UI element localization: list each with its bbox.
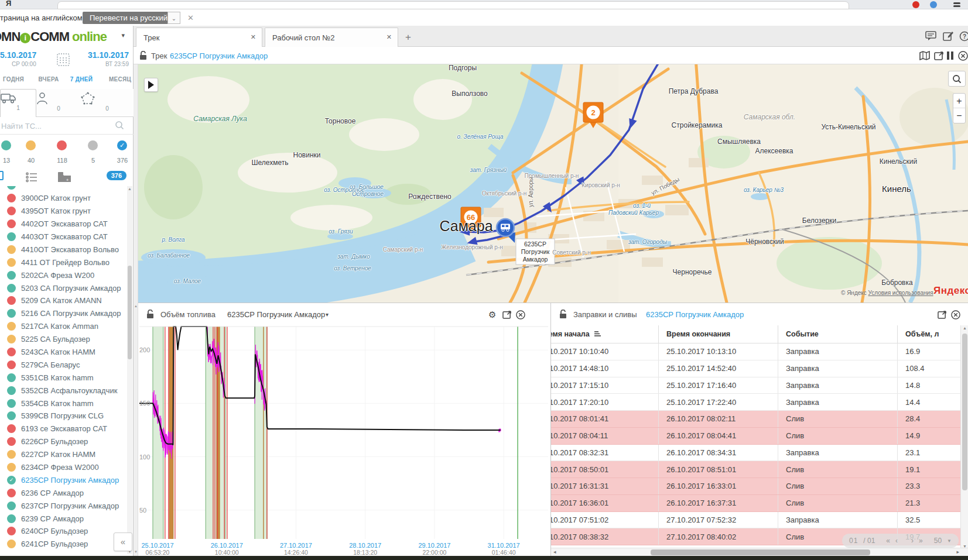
objects-tab-truck[interactable]: 1 — [0, 89, 36, 117]
splitter-down-icon[interactable]: ▼ — [134, 550, 138, 554]
expand-icon[interactable] — [938, 310, 947, 319]
status-dot-4[interactable]: ✓ — [117, 140, 127, 150]
scroll-thumb[interactable] — [651, 549, 870, 555]
tab-close-icon[interactable]: ✕ — [251, 33, 256, 41]
sidebar-collapse-button[interactable]: « — [114, 532, 132, 551]
col-header-start[interactable]: Время начала — [551, 325, 659, 343]
col-header-event[interactable]: Событие — [778, 325, 898, 343]
splitter-up-icon[interactable]: ▲ — [134, 304, 138, 308]
scroll-left-icon[interactable]: ◂ — [553, 549, 556, 555]
terms-link[interactable]: Условия использования — [868, 290, 933, 296]
vehicle-list-item[interactable]: 4411 ОТ Грейдер Вольво — [0, 256, 128, 269]
table-vscrollbar[interactable]: ▲ ▼ — [960, 325, 968, 549]
map-layers-icon[interactable] — [919, 51, 930, 60]
vehicle-list-item[interactable]: 4395ОТ Каток грунт — [0, 205, 128, 218]
tab-close-icon[interactable]: ✕ — [386, 33, 392, 41]
table-row[interactable]: 27.10.2017 07:51:02 27.10.2017 07:52:32 … — [551, 512, 961, 529]
scroll-thumb[interactable] — [962, 334, 967, 490]
zoom-out-button[interactable]: − — [953, 108, 965, 123]
status-dot-2[interactable] — [57, 140, 67, 150]
vehicle-list-item[interactable]: 3900СР Каток грунт — [0, 192, 128, 205]
range-2[interactable]: 7 ДНЕЙ — [67, 73, 96, 83]
table-row[interactable]: 26.10.2017 08:32:31 26.10.2017 08:34:31 … — [551, 445, 961, 462]
scroll-thumb[interactable] — [128, 266, 132, 359]
translate-dropdown[interactable]: ⌄ — [167, 12, 180, 24]
lock-icon[interactable] — [146, 310, 154, 319]
translate-close-icon[interactable]: ✕ — [187, 13, 194, 22]
vehicle-list-item[interactable]: 6226СР Бульдозер — [0, 435, 128, 448]
tab-desktop2[interactable]: Рабочий стол №2✕ — [265, 28, 398, 47]
vehicle-list-item[interactable]: 5225 СА Бульдозер — [0, 333, 128, 346]
scroll-up-icon[interactable]: ▲ — [127, 187, 132, 191]
vehicle-list-item[interactable]: 5354СВ Каток hamm — [0, 397, 128, 410]
vehicle-list-item[interactable]: 5279СА Беларус — [0, 358, 128, 371]
folder-icon[interactable]: + — [57, 171, 71, 183]
objects-tab-geozone[interactable]: 0 — [81, 89, 134, 117]
browser-url-bar[interactable] — [57, 1, 849, 9]
vehicle-list-item[interactable]: 5209 СА Каток AMANN — [0, 294, 128, 307]
list-view-icon[interactable] — [26, 172, 37, 183]
trek-vehicle-link[interactable]: 6235СР Погрузчик Амкадор — [170, 51, 268, 60]
status-dot-3[interactable] — [88, 140, 98, 150]
table-row[interactable]: 26.10.2017 16:36:01 26.10.2017 16:37:31 … — [551, 495, 961, 512]
vehicle-list-item[interactable]: 6227СР Каток НАММ — [0, 448, 128, 461]
browser-record-icon[interactable] — [912, 1, 919, 8]
close-panel-icon[interactable] — [958, 51, 968, 61]
fuel-vehicle-selector[interactable]: 6235СР Погрузчик Амкадор — [227, 310, 325, 319]
vehicle-list-item[interactable]: 5203 СА Погрузчик Амкадор — [0, 281, 128, 294]
vehicle-list-item[interactable]: 5202СА Фреза W200 — [0, 269, 128, 281]
vehicle-list-item[interactable]: 6241СР Бульдозер — [0, 538, 128, 551]
vehicle-list-item[interactable]: 6234СР Фреза W2000 — [0, 461, 128, 474]
table-row[interactable]: 25.10.2017 10:10:40 25.10.2017 10:13:10 … — [551, 343, 961, 360]
logo-caret-icon[interactable]: ▾ — [121, 32, 125, 39]
vehicle-list-item[interactable]: 5352СВ Асфальтоукладчик — [0, 384, 128, 397]
close-panel-icon[interactable] — [951, 310, 960, 319]
table-row[interactable]: 25.10.2017 17:15:10 25.10.2017 17:16:40 … — [551, 377, 961, 394]
vehicle-list-item[interactable]: 5216 СА Погрузчик Амкадор — [0, 307, 128, 320]
tab-trek[interactable]: Трек✕ — [136, 28, 262, 47]
map-zoom-control[interactable]: + − — [953, 93, 966, 123]
search-input[interactable] — [1, 119, 112, 133]
table-row[interactable]: 26.10.2017 08:04:11 26.10.2017 08:04:41 … — [551, 428, 961, 445]
vehicle-list-item[interactable]: 5399СВ Погрузчик CLG — [0, 410, 128, 422]
table-row[interactable]: 26.10.2017 08:01:41 26.10.2017 08:02:11 … — [551, 411, 961, 428]
vehicle-list-item[interactable]: 5217СА Каток Amman — [0, 320, 128, 333]
vehicle-list-scrollbar[interactable]: ▲ ▼ — [127, 186, 132, 554]
vehicle-list-item[interactable]: 5243СА Каток НАММ — [0, 346, 128, 359]
vehicle-list-item[interactable] — [0, 186, 128, 192]
play-track-button[interactable] — [144, 78, 158, 92]
translate-button[interactable]: Перевести на русский — [83, 12, 175, 24]
vehicle-list-item[interactable]: 6193 се Экскаватор САТ — [0, 422, 128, 435]
pager-page-size-caret-icon[interactable]: ▼ — [947, 538, 952, 544]
group-view-icon[interactable] — [0, 171, 4, 180]
comments-icon[interactable] — [925, 31, 936, 41]
status-dot-1[interactable] — [26, 140, 36, 150]
browser-extension-icon[interactable] — [930, 1, 937, 8]
browser-menu-icon[interactable] — [953, 2, 960, 4]
table-row[interactable]: 25.10.2017 17:20:10 25.10.2017 17:22:40 … — [551, 394, 961, 411]
expand-icon[interactable] — [502, 310, 512, 319]
lock-icon[interactable] — [139, 51, 147, 60]
pager-first-button[interactable]: « — [886, 537, 890, 545]
vehicle-list-item[interactable]: 6240СР Бульдозер — [0, 525, 128, 538]
objects-tab-person[interactable]: 0 — [36, 89, 81, 117]
vehicle-list-item[interactable]: 5351СВ Каток hamm — [0, 371, 128, 384]
zoom-in-button[interactable]: + — [953, 94, 965, 108]
range-3[interactable]: МЕСЯЦ — [107, 73, 134, 83]
table-pager[interactable]: 01 / 01 « ‹ › » 50 ▼ — [842, 534, 959, 548]
period-to[interactable]: 31.10.2017 ВТ 23:59 — [88, 50, 129, 67]
vehicle-list[interactable]: 3900СР Каток грунт4395ОТ Каток грунт4402… — [0, 186, 128, 554]
range-1[interactable]: ВЧЕРА — [35, 73, 62, 83]
status-dot-0[interactable] — [1, 140, 11, 150]
vehicle-list-item[interactable]: 4410ОТ Экскаватор Вольво — [0, 243, 128, 256]
pause-icon[interactable] — [946, 51, 954, 60]
edit-note-icon[interactable] — [943, 31, 954, 41]
pager-page-size[interactable]: 50 — [934, 537, 942, 545]
map[interactable]: 2 66 6235СР Погрузчик Амкадор ПодгорыВып… — [138, 64, 968, 303]
col-header-end[interactable]: Время окончания — [659, 325, 778, 343]
pager-prev-button[interactable]: ‹ — [895, 537, 898, 545]
vehicle-list-item[interactable]: 4402ОТ Экскаватор САТ — [0, 218, 128, 231]
events-vehicle-link[interactable]: 6235СР Погрузчик Амкадор — [646, 310, 744, 319]
search-icon[interactable] — [115, 121, 124, 130]
panel-splitter[interactable]: ▲ ▼ — [134, 64, 138, 556]
